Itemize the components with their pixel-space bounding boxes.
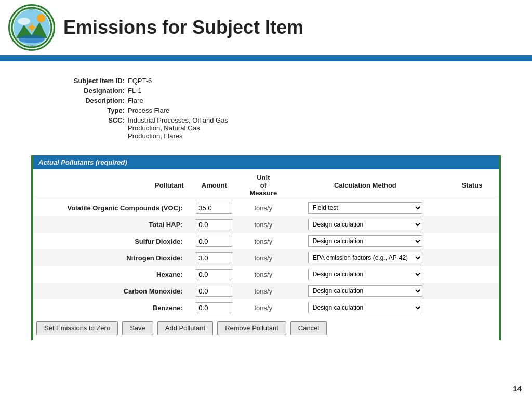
unit-cell: tons/y xyxy=(242,216,285,233)
info-row-id: Subject Item ID: EQPT-6 xyxy=(31,77,501,85)
pollutant-name-cell: Carbon Monoxide: xyxy=(33,283,187,299)
amount-input[interactable] xyxy=(196,252,232,263)
table-row: Hexane:tons/yField testDesign calculatio… xyxy=(33,266,499,283)
table-row: Nitrogen Dioxide:tons/yField testDesign … xyxy=(33,249,499,266)
pollutant-name-cell: Hexane: xyxy=(33,266,187,283)
pollutant-name-cell: Nitrogen Dioxide: xyxy=(33,249,187,266)
amount-input[interactable] xyxy=(196,236,232,247)
info-row-scc: SCC: Industrial Processes, Oil and GasPr… xyxy=(31,116,501,140)
pollutant-name-cell: Sulfur Dioxide: xyxy=(33,233,187,249)
status-cell xyxy=(445,299,499,316)
calc-method-select[interactable]: Field testDesign calculationEPA emission… xyxy=(308,219,422,230)
cancel-button[interactable]: Cancel xyxy=(290,321,327,335)
calc-method-cell: Field testDesign calculationEPA emission… xyxy=(285,283,446,299)
calc-method-cell: Field testDesign calculationEPA emission… xyxy=(285,266,446,283)
id-value: EQPT-6 xyxy=(128,77,152,85)
save-button[interactable]: Save xyxy=(122,321,153,335)
col-unit: UnitofMeasure xyxy=(242,169,285,200)
designation-label: Designation: xyxy=(31,87,125,95)
amount-input[interactable] xyxy=(196,269,232,280)
unit-cell: tons/y xyxy=(242,233,285,249)
col-status: Status xyxy=(445,169,499,200)
type-value: Process Flare xyxy=(128,107,169,114)
svg-point-4 xyxy=(18,18,30,25)
page-title: Emissions for Subject Item xyxy=(63,17,303,38)
amount-cell xyxy=(187,283,242,299)
col-pollutant: Pollutant xyxy=(33,169,187,200)
calc-method-cell: Field testDesign calculationEPA emission… xyxy=(285,200,446,217)
calc-method-select[interactable]: Field testDesign calculationEPA emission… xyxy=(308,252,422,263)
description-label: Description: xyxy=(31,97,125,104)
subject-item-info: Subject Item ID: EQPT-6 Designation: FL-… xyxy=(31,72,501,147)
logo-svg: NEW MEXICO ENVIRONMENT DEPT xyxy=(11,7,52,48)
info-row-type: Type: Process Flare xyxy=(31,107,501,114)
page-number: 14 xyxy=(513,384,522,393)
amount-cell xyxy=(187,249,242,266)
add-pollutant-button[interactable]: Add Pollutant xyxy=(157,321,213,335)
calc-method-select[interactable]: Field testDesign calculationEPA emission… xyxy=(308,269,422,280)
status-cell xyxy=(445,283,499,299)
buttons-row: Set Emissions to Zero Save Add Pollutant… xyxy=(33,316,499,340)
calc-method-select[interactable]: Field testDesign calculationEPA emission… xyxy=(308,302,422,313)
amount-cell xyxy=(187,299,242,316)
blue-separator xyxy=(0,57,532,61)
amount-cell xyxy=(187,200,242,217)
calc-method-select[interactable]: Field testDesign calculationEPA emission… xyxy=(308,202,422,214)
logo: NEW MEXICO ENVIRONMENT DEPT xyxy=(8,4,55,51)
info-row-description: Description: Flare xyxy=(31,97,501,104)
scc-value: Industrial Processes, Oil and GasProduct… xyxy=(128,116,228,140)
calc-method-cell: Field testDesign calculationEPA emission… xyxy=(285,233,446,249)
scc-label: SCC: xyxy=(31,116,125,124)
pollutant-name-cell: Total HAP: xyxy=(33,216,187,233)
amount-input[interactable] xyxy=(196,203,232,214)
set-emissions-to-zero-button[interactable]: Set Emissions to Zero xyxy=(36,321,118,335)
amount-input[interactable] xyxy=(196,302,232,313)
amount-input[interactable] xyxy=(196,219,232,230)
svg-text:ENVIRONMENT DEPT: ENVIRONMENT DEPT xyxy=(21,8,43,10)
unit-cell: tons/y xyxy=(242,249,285,266)
col-amount: Amount xyxy=(187,169,242,200)
calc-method-select[interactable]: Field testDesign calculationEPA emission… xyxy=(308,285,422,297)
unit-cell: tons/y xyxy=(242,283,285,299)
pollutants-table: Pollutant Amount UnitofMeasure Calculati… xyxy=(33,169,499,316)
id-label: Subject Item ID: xyxy=(31,77,125,85)
main-content: Subject Item ID: EQPT-6 Designation: FL-… xyxy=(0,61,532,357)
amount-cell xyxy=(187,233,242,249)
table-header-row: Pollutant Amount UnitofMeasure Calculati… xyxy=(33,169,499,200)
description-value: Flare xyxy=(128,97,143,104)
calc-method-cell: Field testDesign calculationEPA emission… xyxy=(285,249,446,266)
status-cell xyxy=(445,266,499,283)
info-row-designation: Designation: FL-1 xyxy=(31,87,501,95)
unit-cell: tons/y xyxy=(242,200,285,217)
table-row: Total HAP:tons/yField testDesign calcula… xyxy=(33,216,499,233)
page-header: NEW MEXICO ENVIRONMENT DEPT Emissions fo… xyxy=(0,0,532,57)
unit-cell: tons/y xyxy=(242,299,285,316)
status-cell xyxy=(445,216,499,233)
designation-value: FL-1 xyxy=(128,87,142,95)
section-header: Actual Pollutants (required) xyxy=(33,155,499,169)
amount-cell xyxy=(187,266,242,283)
svg-point-3 xyxy=(37,14,45,22)
amount-input[interactable] xyxy=(196,286,232,297)
table-row: Benzene:tons/yField testDesign calculati… xyxy=(33,299,499,316)
table-row: Carbon Monoxide:tons/yField testDesign c… xyxy=(33,283,499,299)
status-cell xyxy=(445,249,499,266)
pollutants-table-container: Actual Pollutants (required) Pollutant A… xyxy=(31,155,501,340)
status-cell xyxy=(445,200,499,217)
col-calc-method: Calculation Method xyxy=(285,169,446,200)
pollutant-name-cell: Benzene: xyxy=(33,299,187,316)
table-row: Sulfur Dioxide:tons/yField testDesign ca… xyxy=(33,233,499,249)
unit-cell: tons/y xyxy=(242,266,285,283)
calc-method-cell: Field testDesign calculationEPA emission… xyxy=(285,216,446,233)
table-row: Volatile Organic Compounds (VOC):tons/yF… xyxy=(33,200,499,217)
calc-method-cell: Field testDesign calculationEPA emission… xyxy=(285,299,446,316)
pollutant-name-cell: Volatile Organic Compounds (VOC): xyxy=(33,200,187,217)
remove-pollutant-button[interactable]: Remove Pollutant xyxy=(217,321,286,335)
calc-method-select[interactable]: Field testDesign calculationEPA emission… xyxy=(308,235,422,247)
status-cell xyxy=(445,233,499,249)
svg-point-5 xyxy=(19,35,45,43)
amount-cell xyxy=(187,216,242,233)
type-label: Type: xyxy=(31,107,125,114)
svg-text:NEW MEXICO: NEW MEXICO xyxy=(23,45,41,48)
